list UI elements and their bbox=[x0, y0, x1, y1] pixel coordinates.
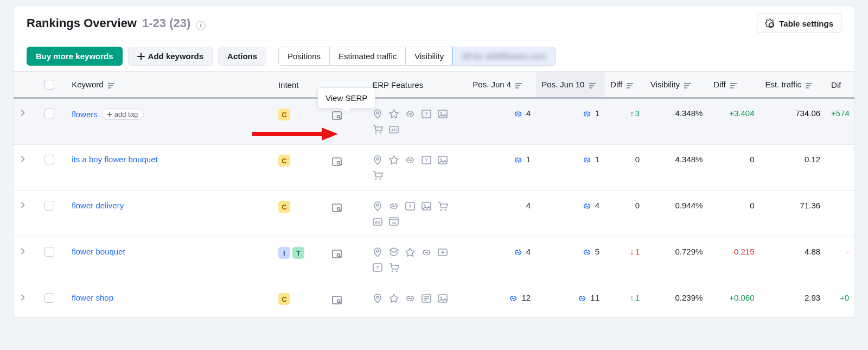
view-serp-button[interactable] bbox=[330, 109, 344, 123]
diff-pos: 1 bbox=[605, 237, 645, 283]
view-serp-button[interactable] bbox=[330, 293, 344, 307]
col-visibility[interactable]: Visibility bbox=[645, 72, 708, 98]
expand-row-icon[interactable] bbox=[19, 155, 28, 163]
keyword-link[interactable]: flower shop bbox=[72, 293, 113, 302]
shopping-icon bbox=[437, 201, 448, 212]
view-serp-button[interactable] bbox=[330, 155, 344, 169]
keyword-link[interactable]: flower delivery bbox=[72, 201, 124, 210]
col-keyword[interactable]: Keyword bbox=[66, 72, 273, 98]
plus-icon bbox=[137, 53, 145, 60]
tab-custom[interactable]: All for 1800flowers.com bbox=[452, 47, 556, 66]
row-checkbox[interactable] bbox=[44, 247, 54, 257]
star-icon bbox=[388, 155, 399, 166]
expand-row-icon[interactable] bbox=[19, 247, 28, 256]
video-icon bbox=[437, 247, 448, 258]
est-traffic-value: 0.12 bbox=[760, 145, 826, 191]
sitelink-icon bbox=[513, 155, 523, 165]
keyword-link[interactable]: its a boy flower bouquet bbox=[72, 155, 157, 164]
diff-pos: 0 bbox=[605, 145, 645, 191]
visibility-value: 0.729% bbox=[645, 237, 708, 283]
sort-icon bbox=[108, 82, 114, 90]
col-diff-2[interactable]: Diff bbox=[708, 72, 760, 98]
row-checkbox[interactable] bbox=[44, 109, 54, 118]
sitelink-icon bbox=[582, 155, 592, 165]
keyword-link[interactable]: flower bouquet bbox=[72, 247, 125, 256]
table-row: flowersadd tag C 4 1 3 4.348% +3.404 734… bbox=[14, 98, 854, 145]
pos-jun10: 1 bbox=[536, 145, 605, 191]
view-serp-button[interactable] bbox=[330, 201, 344, 215]
sitelink-icon bbox=[577, 294, 587, 303]
annotation-arrow-icon bbox=[252, 126, 339, 143]
diff-visibility: +3.404 bbox=[708, 98, 760, 145]
star-icon bbox=[388, 293, 399, 304]
sort-icon bbox=[627, 82, 633, 90]
pos-jun4: 1 bbox=[467, 145, 536, 191]
keyword-link[interactable]: flowers bbox=[72, 110, 98, 119]
est-traffic-value: 71.36 bbox=[760, 191, 826, 237]
ads-icon bbox=[372, 216, 383, 227]
page-title: Rankings Overview bbox=[27, 16, 137, 30]
ads-bottom-icon bbox=[388, 216, 399, 227]
view-tabs: Positions Estimated traffic Visibility A… bbox=[278, 47, 556, 66]
table-row: flower shop C 12 11 1 0.239% +0.060 2.93… bbox=[14, 283, 854, 317]
visibility-value: 0.944% bbox=[645, 191, 708, 237]
sort-icon bbox=[589, 82, 596, 90]
diff-traffic: - bbox=[826, 237, 854, 283]
row-checkbox[interactable] bbox=[44, 155, 54, 164]
gear-icon bbox=[765, 18, 775, 28]
col-diff-1[interactable]: Diff bbox=[605, 72, 645, 98]
featured-snippet-icon bbox=[421, 109, 432, 119]
col-serp-features[interactable]: ERP Features bbox=[367, 72, 467, 98]
map-pin-icon bbox=[372, 247, 383, 258]
row-checkbox[interactable] bbox=[44, 293, 54, 303]
shopping-icon bbox=[372, 170, 383, 181]
table-row: flower delivery C 4 4 0 0.944% 0 71.36 bbox=[14, 191, 854, 237]
row-checkbox[interactable] bbox=[44, 201, 54, 211]
image-icon bbox=[437, 293, 448, 304]
sort-icon bbox=[730, 82, 737, 90]
buy-keywords-button[interactable]: Buy more keywords bbox=[27, 47, 123, 66]
est-traffic-value: 734.06 bbox=[760, 98, 826, 145]
expand-row-icon[interactable] bbox=[19, 293, 28, 302]
sitelink-icon bbox=[508, 294, 518, 303]
table-settings-button[interactable]: Table settings bbox=[757, 14, 841, 33]
actions-button[interactable]: Actions bbox=[218, 47, 266, 66]
visibility-value: 4.348% bbox=[645, 145, 708, 191]
diff-traffic: +0 bbox=[826, 283, 854, 317]
intent-badge-I: I bbox=[278, 247, 290, 259]
col-pos-jun4[interactable]: Pos. Jun 4 bbox=[467, 72, 536, 98]
info-icon[interactable]: i bbox=[196, 21, 206, 30]
est-traffic-value: 2.93 bbox=[760, 283, 826, 317]
est-traffic-value: 4.88 bbox=[760, 237, 826, 283]
visibility-value: 4.348% bbox=[645, 98, 708, 145]
select-all-checkbox[interactable] bbox=[44, 80, 54, 90]
serp-features bbox=[372, 109, 459, 135]
col-intent[interactable]: Intent bbox=[273, 72, 324, 98]
diff-visibility: 0 bbox=[708, 145, 760, 191]
diff-visibility: -0.215 bbox=[708, 237, 760, 283]
col-pos-jun10[interactable]: Pos. Jun 10 bbox=[536, 72, 605, 98]
tab-traffic[interactable]: Estimated traffic bbox=[330, 47, 406, 65]
map-pin-icon bbox=[372, 293, 383, 304]
pos-jun4: 4 bbox=[467, 191, 536, 237]
expand-row-icon[interactable] bbox=[19, 201, 28, 209]
sort-icon bbox=[515, 82, 522, 90]
add-tag-button[interactable]: add tag bbox=[102, 109, 144, 120]
col-diff-3[interactable]: Dif bbox=[826, 72, 854, 98]
intent-badge-T: T bbox=[292, 247, 304, 259]
tab-visibility[interactable]: Visibility bbox=[406, 47, 453, 65]
featured-snippet-icon bbox=[405, 201, 416, 212]
map-pin-icon bbox=[372, 109, 383, 119]
expand-row-icon[interactable] bbox=[19, 109, 28, 117]
tab-positions[interactable]: Positions bbox=[279, 47, 330, 65]
sitelink-icon bbox=[513, 247, 523, 257]
view-serp-button[interactable] bbox=[330, 247, 344, 261]
featured-snippet-icon bbox=[372, 262, 383, 273]
pos-jun4: 4 bbox=[467, 98, 536, 145]
diff-pos: 1 bbox=[605, 283, 645, 317]
col-est-traffic[interactable]: Est. traffic bbox=[760, 72, 826, 98]
diff-traffic bbox=[826, 191, 854, 237]
ads-icon bbox=[388, 124, 399, 135]
add-keywords-button[interactable]: Add keywords bbox=[128, 47, 213, 66]
serp-features bbox=[372, 155, 459, 181]
